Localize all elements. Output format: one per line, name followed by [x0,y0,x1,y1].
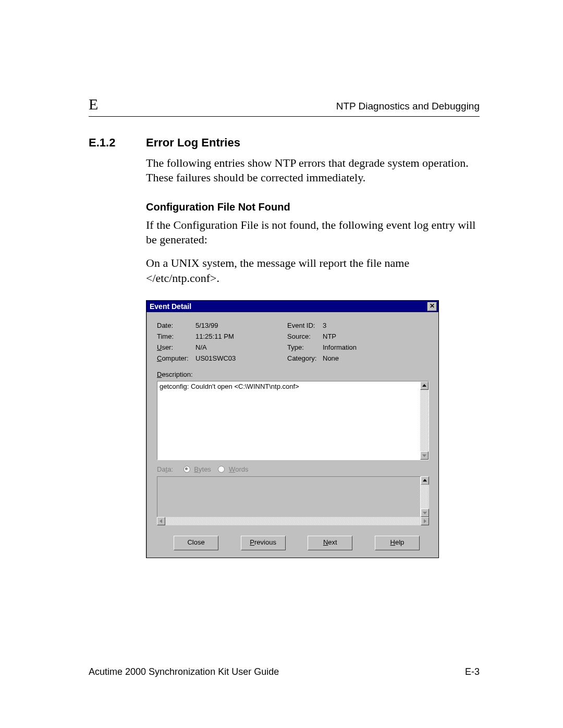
event-detail-dialog: Event Detail ✕ Date: 5/13/99 Event ID: 3 [146,300,439,558]
bytes-label: Bytes [194,465,211,473]
user-label: User: [157,343,195,352]
scroll-down-icon[interactable] [421,509,429,517]
date-value: 5/13/99 [195,322,218,330]
description-scrollbar[interactable] [420,381,429,460]
appendix-letter: E [89,94,98,114]
footer-book-title: Acutime 2000 Synchronization Kit User Gu… [89,666,279,678]
words-label: Words [229,465,248,473]
data-hex-area[interactable] [157,476,429,525]
type-label: Type: [287,343,323,352]
computer-label: Computer: [157,354,195,363]
scroll-down-icon[interactable] [420,451,429,460]
source-label: Source: [287,332,323,341]
date-label: Date: [157,322,195,330]
footer-page-number: E-3 [465,666,480,678]
bytes-radio[interactable] [183,466,190,473]
type-value: Information [323,343,357,352]
category-label: Category: [287,354,323,363]
source-value: NTP [323,332,336,341]
subsection-para-2: On a UNIX system, the message will repor… [146,256,480,286]
section-heading: E.1.2 Error Log Entries [89,135,480,151]
subsection-title: Configuration File Not Found [146,200,480,214]
computer-value: US01SWC03 [195,354,236,363]
user-value: N/A [195,343,207,352]
section-title: Error Log Entries [146,135,240,151]
previous-button[interactable]: Previous [241,536,286,550]
subsection-para-1: If the Configuration File is not found, … [146,218,480,248]
scroll-up-icon[interactable] [421,476,429,485]
scroll-left-icon[interactable] [157,517,165,525]
data-hscrollbar[interactable] [157,517,429,525]
header-chapter-title: NTP Diagnostics and Debugging [336,100,480,113]
description-text: getconfig: Couldn't open <C:\WINNT\ntp.c… [157,381,420,460]
next-button[interactable]: Next [308,536,352,550]
scroll-right-icon[interactable] [421,517,429,525]
time-label: Time: [157,332,195,341]
help-button[interactable]: Help [375,536,420,550]
dialog-titlebar[interactable]: Event Detail ✕ [146,301,438,312]
page-footer: Acutime 2000 Synchronization Kit User Gu… [89,666,480,678]
close-button[interactable]: Close [174,536,218,550]
page-header: E NTP Diagnostics and Debugging [89,94,480,117]
dialog-title: Event Detail [150,302,191,311]
eventid-label: Event ID: [287,322,323,330]
eventid-value: 3 [323,322,326,330]
time-value: 11:25:11 PM [195,332,234,341]
close-icon[interactable]: ✕ [427,302,437,311]
description-label: Description: [157,371,429,379]
category-value: None [323,354,339,363]
scroll-up-icon[interactable] [420,381,429,390]
data-format-row: Data: Bytes Words [157,465,429,474]
description-textarea[interactable]: getconfig: Couldn't open <C:\WINNT\ntp.c… [157,381,429,460]
data-vscrollbar[interactable] [421,476,429,517]
section-number: E.1.2 [89,135,146,151]
data-label: Data: [157,465,173,473]
words-radio[interactable] [218,466,225,473]
section-intro: The following entries show NTP errors th… [146,156,480,186]
